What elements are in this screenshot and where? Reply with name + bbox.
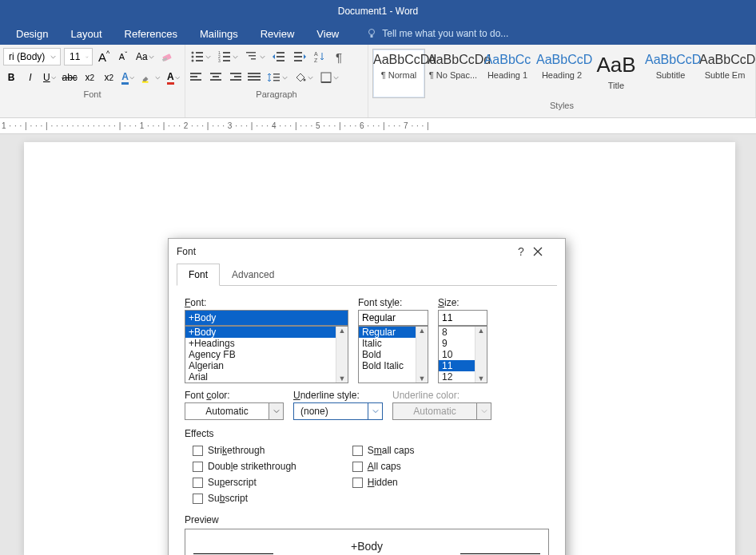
effect-strikethrough[interactable]: Strikethrough: [193, 442, 296, 458]
style-card[interactable]: AaBbCcDHeading 2: [535, 49, 588, 98]
clear-formatting-button[interactable]: [159, 48, 177, 65]
svg-rect-25: [294, 60, 302, 61]
list-item[interactable]: Arial: [185, 371, 348, 383]
outdent-icon: [272, 50, 286, 63]
decrease-indent-button[interactable]: [270, 48, 288, 65]
font-color-combo[interactable]: Automatic: [185, 402, 284, 420]
underline-style-combo[interactable]: (none): [293, 402, 383, 420]
justify-button[interactable]: [246, 69, 262, 86]
ribbon-tab-mailings[interactable]: Mailings: [189, 22, 249, 45]
highlight-button[interactable]: [139, 69, 162, 86]
effect-double-strikethrough[interactable]: Double strikethrough: [193, 458, 296, 474]
align-right-icon: [229, 72, 241, 83]
svg-rect-41: [273, 77, 280, 78]
text-fill-button[interactable]: A: [165, 69, 181, 86]
ribbon-tabs: DesignLayoutReferencesMailingsReviewView…: [0, 22, 756, 45]
font-style-listbox[interactable]: RegularItalicBoldBold Italic▲▼: [358, 326, 428, 383]
numbering-button[interactable]: 123: [216, 48, 240, 65]
underline-button[interactable]: U: [42, 69, 58, 86]
effect-superscript[interactable]: Superscript: [193, 474, 296, 490]
list-item[interactable]: +Headings: [185, 338, 348, 349]
tell-me-search[interactable]: Tell me what you want to do...: [355, 22, 519, 45]
value: Automatic: [393, 406, 476, 417]
close-button[interactable]: [533, 247, 557, 256]
show-hide-button[interactable]: ¶: [331, 48, 347, 65]
shading-button[interactable]: [292, 69, 315, 86]
effect-subscript[interactable]: Subscript: [193, 490, 296, 506]
italic-button[interactable]: I: [22, 69, 38, 86]
bullets-button[interactable]: [189, 48, 213, 65]
scrollbar[interactable]: ▲▼: [416, 327, 428, 383]
ribbon-tab-references[interactable]: References: [113, 22, 189, 45]
scrollbar[interactable]: ▲▼: [475, 327, 487, 383]
checkbox[interactable]: [193, 494, 203, 504]
ribbon-tab-review[interactable]: Review: [249, 22, 306, 45]
chevron-down-icon: [260, 54, 265, 60]
style-card[interactable]: AaBbCcDd¶ No Spac...: [427, 49, 479, 98]
effect-small-caps[interactable]: Small caps: [352, 442, 415, 458]
checkbox[interactable]: [193, 478, 203, 488]
align-right-button[interactable]: [227, 69, 243, 86]
list-item[interactable]: Algerian: [185, 360, 348, 371]
svg-rect-18: [249, 55, 256, 57]
grow-font-button[interactable]: A^: [96, 48, 112, 65]
checkbox[interactable]: [352, 446, 363, 456]
line-spacing-button[interactable]: [265, 69, 289, 86]
align-left-button[interactable]: [189, 69, 205, 86]
align-center-button[interactable]: [208, 69, 224, 86]
checkbox[interactable]: [193, 462, 203, 472]
style-card[interactable]: AaBbCcDSubtitle: [644, 49, 697, 98]
superscript-button[interactable]: x2: [101, 69, 117, 86]
ribbon-group-font: ri (Body) 11 A^ Aˇ Aa B I U abc x2 x2 A: [0, 45, 185, 117]
strikethrough-button[interactable]: abc: [61, 69, 78, 86]
effect-all-caps[interactable]: All caps: [352, 458, 415, 474]
chevron-down-icon: [233, 54, 238, 60]
font-input[interactable]: [185, 310, 348, 326]
style-caption: Subtitle: [645, 70, 696, 80]
style-card[interactable]: AaBbCcDd¶ Normal: [372, 49, 425, 98]
svg-rect-1: [371, 35, 373, 38]
multilevel-list-button[interactable]: [243, 48, 267, 65]
font-style-input[interactable]: [358, 310, 428, 326]
styles-gallery[interactable]: AaBbCcDd¶ NormalAaBbCcDd¶ No Spac...AaBb…: [372, 46, 752, 99]
highlight-icon: [141, 70, 154, 85]
tab-font[interactable]: Font: [177, 264, 220, 286]
ribbon-tab-view[interactable]: View: [305, 22, 350, 45]
checkbox[interactable]: [352, 478, 363, 488]
font-name-combo[interactable]: ri (Body): [3, 48, 61, 65]
scrollbar[interactable]: ▲▼: [336, 327, 348, 383]
document-area: 1 · · · | · · · | · · · · · · · · · · · …: [0, 118, 756, 555]
font-listbox[interactable]: +Body+HeadingsAgency FBAlgerianArial▲▼: [185, 326, 348, 383]
svg-rect-36: [230, 79, 241, 81]
ribbon-tab-design[interactable]: Design: [5, 22, 59, 45]
style-card[interactable]: AaBbCcDdSubtle Em: [698, 49, 751, 98]
font-size-combo[interactable]: 11: [64, 48, 93, 65]
shrink-font-button[interactable]: Aˇ: [115, 48, 131, 65]
style-card[interactable]: AaBbCcHeading 1: [481, 49, 534, 98]
style-caption: ¶ Normal: [373, 70, 424, 80]
sort-button[interactable]: AZ: [312, 48, 328, 65]
checkbox[interactable]: [193, 446, 203, 456]
help-button[interactable]: ?: [509, 245, 533, 258]
increase-indent-button[interactable]: [291, 48, 308, 65]
borders-button[interactable]: [318, 69, 340, 86]
font-color-button[interactable]: A: [120, 69, 136, 86]
bold-button[interactable]: B: [3, 69, 19, 86]
checkbox[interactable]: [352, 462, 363, 472]
label: Advanced: [232, 269, 274, 280]
effect-hidden[interactable]: Hidden: [352, 474, 415, 490]
change-case-button[interactable]: Aa: [134, 48, 156, 65]
chevron-down-icon: [149, 54, 154, 60]
style-card[interactable]: AaBTitle: [590, 49, 643, 98]
subscript-button[interactable]: x2: [82, 69, 97, 86]
ribbon-tab-layout[interactable]: Layout: [59, 22, 113, 45]
multilevel-icon: [245, 50, 259, 63]
svg-point-9: [192, 60, 194, 62]
size-input[interactable]: [438, 310, 487, 326]
size-listbox[interactable]: 89101112▲▼: [438, 326, 487, 383]
label: U: [43, 72, 50, 83]
list-item[interactable]: Agency FB: [185, 349, 348, 360]
list-item[interactable]: +Body: [185, 327, 348, 338]
tab-advanced[interactable]: Advanced: [220, 264, 286, 286]
dialog-titlebar[interactable]: Font ?: [169, 239, 565, 263]
